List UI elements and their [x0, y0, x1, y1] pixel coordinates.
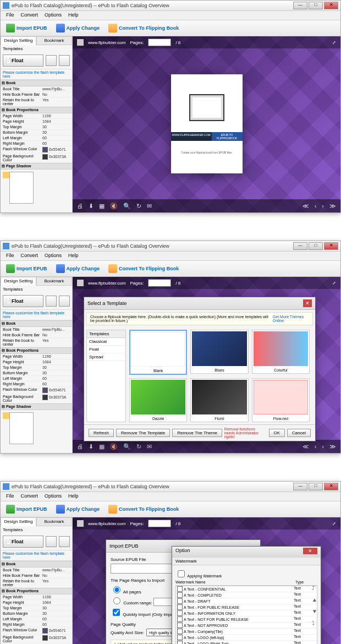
import-epub-button[interactable]: Import EPUB: [4, 263, 50, 274]
menu-file[interactable]: File: [3, 11, 18, 20]
tab-design-setting[interactable]: Design Setting: [1, 517, 36, 526]
menu-convert[interactable]: Convert: [18, 492, 42, 501]
menu-options[interactable]: Options: [41, 11, 65, 20]
template-florid[interactable]: Florid: [190, 378, 248, 422]
thumb-icon[interactable]: [3, 172, 9, 178]
zoom-icon[interactable]: 🔍: [123, 443, 131, 450]
thumbnails-icon[interactable]: ▦: [99, 443, 105, 450]
minimize-button[interactable]: —: [293, 483, 307, 490]
menu-help[interactable]: Help: [65, 252, 82, 260]
maximize-button[interactable]: □: [309, 2, 323, 9]
ok-button[interactable]: OK: [269, 429, 285, 437]
download-icon[interactable]: ⬇: [89, 443, 94, 450]
sound-icon[interactable]: 🔇: [110, 443, 118, 450]
refresh-button[interactable]: Refresh: [89, 429, 114, 437]
float-template-button[interactable]: 📄 Float: [3, 295, 43, 307]
home-icon[interactable]: [77, 280, 84, 286]
type-classical[interactable]: Classical: [87, 338, 125, 346]
fullscreen-icon[interactable]: ⤢: [332, 521, 336, 526]
minimize-button[interactable]: —: [293, 242, 307, 250]
tab-bookmark[interactable]: Bookmark: [36, 277, 72, 286]
autoflip-icon[interactable]: ↻: [136, 443, 141, 450]
menu-file[interactable]: File: [3, 492, 18, 501]
sound-icon[interactable]: 🔇: [110, 203, 118, 210]
thumbnails-icon[interactable]: ▦: [99, 203, 105, 210]
float-template-button[interactable]: 📄 Float: [3, 54, 43, 67]
type-float[interactable]: Float: [87, 346, 125, 353]
download-icon[interactable]: ⬇: [89, 203, 94, 210]
tab-design-setting[interactable]: Design Setting: [1, 36, 36, 45]
property-grid[interactable]: ⊟ BookBook Titlewww.FlpBu...Hide Book Fr…: [1, 80, 72, 169]
first-page-button[interactable]: ≪: [302, 443, 309, 450]
thumb-icon[interactable]: [3, 412, 9, 419]
template-dazzle[interactable]: Dazzle: [129, 378, 187, 422]
share-icon[interactable]: ✉: [147, 443, 152, 450]
maximize-button[interactable]: □: [309, 483, 323, 490]
property-grid[interactable]: ⊟ BookBook Titlewww.FlpBu...Hide Book Fr…: [1, 320, 72, 410]
print-icon[interactable]: 🖨: [77, 443, 83, 450]
menu-help[interactable]: Help: [65, 11, 82, 20]
template-colorful[interactable]: Colorful: [252, 330, 310, 374]
fullscreen-icon[interactable]: ⤢: [332, 40, 336, 45]
convert-button[interactable]: Convert To Flipping Book: [106, 263, 181, 274]
watermark-tab[interactable]: Watermark: [172, 558, 321, 565]
next-page-button[interactable]: ›: [322, 443, 324, 450]
remove-template-button[interactable]: Remove The Template: [116, 429, 170, 437]
apply-change-button[interactable]: Apply Change: [54, 23, 102, 34]
menu-convert[interactable]: Convert: [18, 252, 42, 260]
template-save-button[interactable]: [59, 536, 70, 547]
menu-help[interactable]: Help: [65, 492, 82, 501]
home-icon[interactable]: [77, 39, 84, 46]
menu-options[interactable]: Options: [41, 492, 65, 501]
tab-bookmark[interactable]: Bookmark: [36, 517, 72, 526]
page-input[interactable]: 1: [148, 279, 171, 287]
menu-file[interactable]: File: [3, 252, 18, 260]
flipbook-preview[interactable]: WWW.FLIPPAGEMAKER.COMEPUB TO FLIPPINGBOO…: [171, 74, 243, 173]
autoflip-icon[interactable]: ↻: [136, 203, 141, 210]
home-icon[interactable]: [77, 520, 84, 527]
last-page-button[interactable]: ≫: [329, 443, 336, 450]
menu-convert[interactable]: Convert: [18, 11, 42, 20]
customize-link[interactable]: Please customize the flash template here: [1, 550, 72, 561]
type-spread[interactable]: Spread: [87, 353, 125, 361]
move-bottom-button[interactable]: ⤵: [312, 620, 317, 626]
move-up-button[interactable]: ▲: [312, 597, 317, 603]
dialog-close-button[interactable]: ✕: [303, 299, 312, 307]
fullscreen-icon[interactable]: ⤢: [332, 281, 336, 286]
prev-page-button[interactable]: ‹: [315, 443, 317, 450]
template-flow-red[interactable]: Flow-red: [252, 378, 310, 422]
zoom-icon[interactable]: 🔍: [123, 203, 131, 210]
template-save-button[interactable]: [59, 296, 70, 307]
last-page-button[interactable]: ≫: [329, 203, 336, 210]
apply-change-button[interactable]: Apply Change: [54, 504, 102, 515]
cancel-button[interactable]: Cancel: [287, 429, 311, 437]
applying-watermark-checkbox[interactable]: Applying Watermark: [175, 574, 222, 578]
template-blues[interactable]: Blues: [190, 330, 248, 374]
menu-options[interactable]: Options: [41, 252, 65, 260]
remove-theme-button[interactable]: Remove The Theme: [172, 429, 222, 437]
close-button[interactable]: ✕: [324, 242, 338, 250]
customize-link[interactable]: Please customize the flash template here: [1, 69, 72, 80]
import-epub-button[interactable]: Import EPUB: [4, 23, 50, 34]
apply-change-button[interactable]: Apply Change: [54, 263, 102, 274]
prev-page-button[interactable]: ‹: [315, 203, 317, 209]
page-thumbnail[interactable]: [9, 412, 34, 444]
close-button[interactable]: ✕: [324, 483, 338, 490]
page-thumbnail[interactable]: [9, 172, 34, 204]
template-blank[interactable]: Blank: [129, 330, 187, 375]
convert-button[interactable]: Convert To Flipping Book: [106, 504, 181, 515]
page-input[interactable]: 1: [148, 520, 171, 527]
float-template-button[interactable]: 📄 Float: [3, 536, 43, 548]
template-save-button[interactable]: [59, 55, 70, 66]
print-icon[interactable]: 🖨: [77, 203, 83, 209]
tab-design-setting[interactable]: Design Setting: [1, 277, 36, 286]
maximize-button[interactable]: □: [309, 242, 323, 250]
tab-bookmark[interactable]: Bookmark: [36, 36, 72, 45]
property-grid[interactable]: ⊟ BookBook Titlewww.FlpBu...Hide Book Fr…: [1, 561, 72, 644]
watermark-list[interactable]: A Text - CONFIDENTIALTextA Text - COMPLE…: [175, 586, 317, 644]
move-down-button[interactable]: ▼: [312, 608, 317, 614]
option-close-button[interactable]: ✕: [303, 548, 317, 554]
share-icon[interactable]: ✉: [147, 203, 152, 210]
template-browse-button[interactable]: [46, 536, 57, 547]
next-page-button[interactable]: ›: [322, 203, 324, 209]
